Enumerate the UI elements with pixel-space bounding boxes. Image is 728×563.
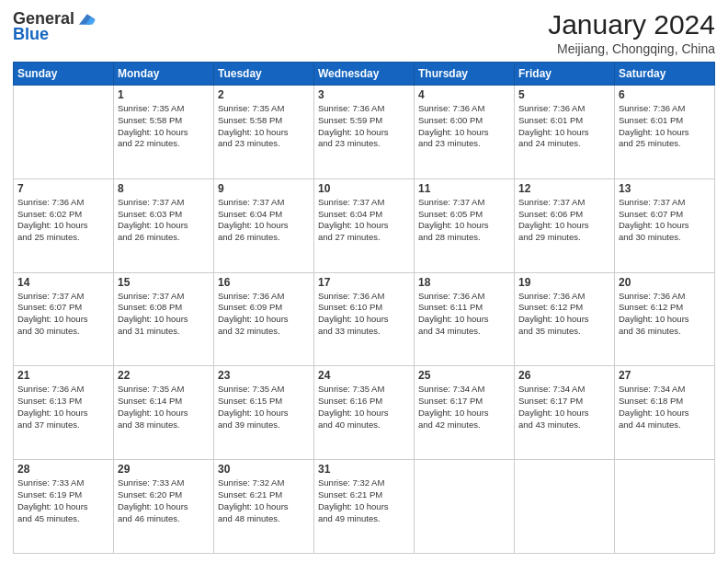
calendar-cell: 16Sunrise: 7:36 AM Sunset: 6:09 PM Dayli… <box>214 272 314 366</box>
logo: General Blue <box>13 9 97 44</box>
day-number: 6 <box>619 88 711 101</box>
cell-content: Sunrise: 7:36 AM Sunset: 6:01 PM Dayligh… <box>619 103 711 150</box>
day-number: 24 <box>318 369 410 382</box>
day-number: 14 <box>17 276 109 289</box>
title-block: January 2024 Meijiang, Chongqing, China <box>548 9 715 56</box>
cell-content: Sunrise: 7:35 AM Sunset: 5:58 PM Dayligh… <box>218 103 310 150</box>
page-container: General Blue January 2024 Meijiang, Chon… <box>0 0 728 563</box>
calendar-cell: 20Sunrise: 7:36 AM Sunset: 6:12 PM Dayli… <box>615 272 715 366</box>
cell-content: Sunrise: 7:37 AM Sunset: 6:04 PM Dayligh… <box>218 197 310 244</box>
calendar-cell: 6Sunrise: 7:36 AM Sunset: 6:01 PM Daylig… <box>615 86 715 179</box>
calendar-cell: 15Sunrise: 7:37 AM Sunset: 6:08 PM Dayli… <box>114 272 214 366</box>
calendar-cell: 13Sunrise: 7:37 AM Sunset: 6:07 PM Dayli… <box>615 178 715 272</box>
cell-content: Sunrise: 7:34 AM Sunset: 6:18 PM Dayligh… <box>619 384 711 431</box>
calendar-week-row: 21Sunrise: 7:36 AM Sunset: 6:13 PM Dayli… <box>14 366 715 460</box>
calendar-cell: 28Sunrise: 7:33 AM Sunset: 6:19 PM Dayli… <box>14 460 114 554</box>
cell-content: Sunrise: 7:36 AM Sunset: 6:12 PM Dayligh… <box>619 291 711 338</box>
day-number: 16 <box>218 276 310 289</box>
cell-content: Sunrise: 7:37 AM Sunset: 6:05 PM Dayligh… <box>418 197 510 244</box>
calendar-cell: 22Sunrise: 7:35 AM Sunset: 6:14 PM Dayli… <box>114 366 214 460</box>
calendar-header-thursday: Thursday <box>415 63 515 86</box>
calendar-cell: 5Sunrise: 7:36 AM Sunset: 6:01 PM Daylig… <box>515 86 615 179</box>
calendar-cell: 10Sunrise: 7:37 AM Sunset: 6:04 PM Dayli… <box>314 178 415 272</box>
day-number: 5 <box>518 88 610 101</box>
calendar-cell: 29Sunrise: 7:33 AM Sunset: 6:20 PM Dayli… <box>114 460 214 554</box>
calendar-cell: 26Sunrise: 7:34 AM Sunset: 6:17 PM Dayli… <box>515 366 615 460</box>
cell-content: Sunrise: 7:36 AM Sunset: 6:13 PM Dayligh… <box>17 384 109 431</box>
day-number: 20 <box>619 276 711 289</box>
day-number: 15 <box>118 276 210 289</box>
calendar-cell: 14Sunrise: 7:37 AM Sunset: 6:07 PM Dayli… <box>14 272 114 366</box>
calendar-cell: 8Sunrise: 7:37 AM Sunset: 6:03 PM Daylig… <box>114 178 214 272</box>
calendar-cell: 27Sunrise: 7:34 AM Sunset: 6:18 PM Dayli… <box>615 366 715 460</box>
calendar-cell: 4Sunrise: 7:36 AM Sunset: 6:00 PM Daylig… <box>415 86 515 179</box>
day-number: 29 <box>118 463 210 476</box>
calendar-header-tuesday: Tuesday <box>214 63 314 86</box>
calendar-table: SundayMondayTuesdayWednesdayThursdayFrid… <box>13 62 715 554</box>
day-number: 7 <box>17 182 109 195</box>
day-number: 2 <box>218 88 310 101</box>
calendar-header-saturday: Saturday <box>615 63 715 86</box>
calendar-header-row: SundayMondayTuesdayWednesdayThursdayFrid… <box>14 63 715 86</box>
cell-content: Sunrise: 7:37 AM Sunset: 6:04 PM Dayligh… <box>318 197 410 244</box>
day-number: 28 <box>17 463 109 476</box>
calendar-cell: 24Sunrise: 7:35 AM Sunset: 6:16 PM Dayli… <box>314 366 415 460</box>
calendar-week-row: 28Sunrise: 7:33 AM Sunset: 6:19 PM Dayli… <box>14 460 715 554</box>
calendar-cell: 21Sunrise: 7:36 AM Sunset: 6:13 PM Dayli… <box>14 366 114 460</box>
calendar-cell <box>14 86 114 179</box>
calendar-cell: 23Sunrise: 7:35 AM Sunset: 6:15 PM Dayli… <box>214 366 314 460</box>
calendar-cell: 25Sunrise: 7:34 AM Sunset: 6:17 PM Dayli… <box>415 366 515 460</box>
calendar-cell <box>515 460 615 554</box>
day-number: 22 <box>118 369 210 382</box>
day-number: 26 <box>518 369 610 382</box>
cell-content: Sunrise: 7:33 AM Sunset: 6:19 PM Dayligh… <box>17 477 109 524</box>
calendar-cell: 12Sunrise: 7:37 AM Sunset: 6:06 PM Dayli… <box>515 178 615 272</box>
day-number: 10 <box>318 182 410 195</box>
calendar-cell: 9Sunrise: 7:37 AM Sunset: 6:04 PM Daylig… <box>214 178 314 272</box>
cell-content: Sunrise: 7:35 AM Sunset: 6:16 PM Dayligh… <box>318 384 410 431</box>
calendar-cell: 2Sunrise: 7:35 AM Sunset: 5:58 PM Daylig… <box>214 86 314 179</box>
calendar-week-row: 1Sunrise: 7:35 AM Sunset: 5:58 PM Daylig… <box>14 86 715 179</box>
day-number: 8 <box>118 182 210 195</box>
cell-content: Sunrise: 7:36 AM Sunset: 6:10 PM Dayligh… <box>318 291 410 338</box>
day-number: 31 <box>318 463 410 476</box>
cell-content: Sunrise: 7:35 AM Sunset: 6:15 PM Dayligh… <box>218 384 310 431</box>
cell-content: Sunrise: 7:37 AM Sunset: 6:06 PM Dayligh… <box>518 197 610 244</box>
day-number: 27 <box>619 369 711 382</box>
calendar-cell: 11Sunrise: 7:37 AM Sunset: 6:05 PM Dayli… <box>415 178 515 272</box>
cell-content: Sunrise: 7:36 AM Sunset: 6:11 PM Dayligh… <box>418 291 510 338</box>
calendar-cell: 31Sunrise: 7:32 AM Sunset: 6:21 PM Dayli… <box>314 460 415 554</box>
day-number: 4 <box>418 88 510 101</box>
cell-content: Sunrise: 7:36 AM Sunset: 6:01 PM Dayligh… <box>518 103 610 150</box>
calendar-cell: 1Sunrise: 7:35 AM Sunset: 5:58 PM Daylig… <box>114 86 214 179</box>
month-title: January 2024 <box>548 9 715 40</box>
cell-content: Sunrise: 7:36 AM Sunset: 6:00 PM Dayligh… <box>418 103 510 150</box>
calendar-header-monday: Monday <box>114 63 214 86</box>
cell-content: Sunrise: 7:32 AM Sunset: 6:21 PM Dayligh… <box>318 477 410 524</box>
cell-content: Sunrise: 7:36 AM Sunset: 6:12 PM Dayligh… <box>518 291 610 338</box>
cell-content: Sunrise: 7:33 AM Sunset: 6:20 PM Dayligh… <box>118 477 210 524</box>
day-number: 1 <box>118 88 210 101</box>
page-header: General Blue January 2024 Meijiang, Chon… <box>13 9 715 56</box>
calendar-cell: 18Sunrise: 7:36 AM Sunset: 6:11 PM Dayli… <box>415 272 515 366</box>
day-number: 23 <box>218 369 310 382</box>
calendar-header-sunday: Sunday <box>14 63 114 86</box>
day-number: 3 <box>318 88 410 101</box>
calendar-cell: 3Sunrise: 7:36 AM Sunset: 5:59 PM Daylig… <box>314 86 415 179</box>
day-number: 13 <box>619 182 711 195</box>
day-number: 11 <box>418 182 510 195</box>
cell-content: Sunrise: 7:35 AM Sunset: 6:14 PM Dayligh… <box>118 384 210 431</box>
calendar-week-row: 7Sunrise: 7:36 AM Sunset: 6:02 PM Daylig… <box>14 178 715 272</box>
cell-content: Sunrise: 7:37 AM Sunset: 6:03 PM Dayligh… <box>118 197 210 244</box>
day-number: 9 <box>218 182 310 195</box>
calendar-cell <box>615 460 715 554</box>
cell-content: Sunrise: 7:36 AM Sunset: 5:59 PM Dayligh… <box>318 103 410 150</box>
day-number: 19 <box>518 276 610 289</box>
logo-icon <box>76 9 97 29</box>
calendar-header-friday: Friday <box>515 63 615 86</box>
calendar-cell: 7Sunrise: 7:36 AM Sunset: 6:02 PM Daylig… <box>14 178 114 272</box>
cell-content: Sunrise: 7:34 AM Sunset: 6:17 PM Dayligh… <box>418 384 510 431</box>
location-subtitle: Meijiang, Chongqing, China <box>548 41 715 56</box>
day-number: 17 <box>318 276 410 289</box>
day-number: 30 <box>218 463 310 476</box>
